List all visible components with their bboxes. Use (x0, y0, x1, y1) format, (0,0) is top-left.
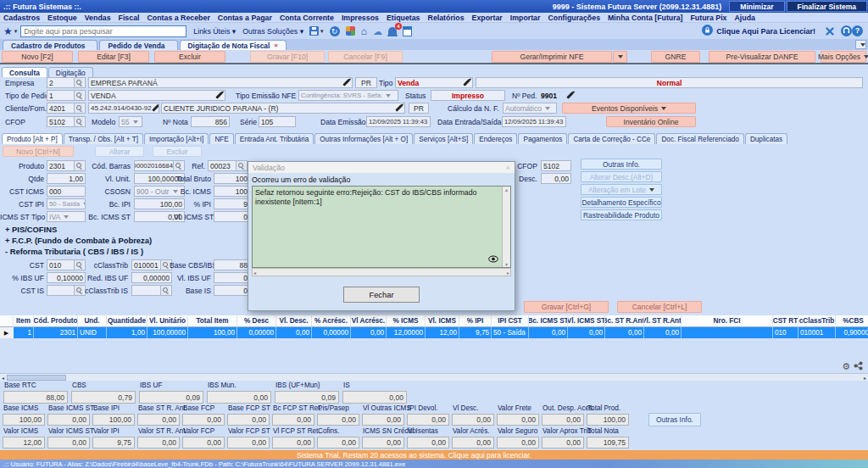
detail-tab[interactable]: Outras Informações [Alt + O] (314, 133, 413, 144)
table-header-cell[interactable]: Vl. ST R.Ant. (644, 315, 682, 327)
table-header-cell[interactable]: Item (14, 315, 34, 327)
cliente-cnpj-field[interactable]: 45.242.914/0430-92 (88, 103, 159, 114)
support-headset-icon[interactable] (841, 25, 852, 36)
license-link[interactable]: Clique Aqui Para Licenciar! (716, 27, 815, 36)
menu-item[interactable]: Vendas (85, 14, 111, 22)
detalhamento-especifico-button[interactable]: Detalhamento Específico (581, 197, 662, 208)
table-cell[interactable]: 9,75 (459, 327, 492, 338)
table-cell[interactable]: 0,00000 (237, 327, 276, 338)
detail-tab[interactable]: NFE (209, 133, 233, 144)
calculo-combobox[interactable]: Automático (503, 103, 557, 114)
menu-item[interactable]: Etiquetas (387, 14, 420, 22)
cfop-field[interactable]: 5102 (47, 116, 86, 127)
tipo-pedido-name-field[interactable]: VENDA (88, 90, 225, 101)
edit-pencil-icon[interactable] (395, 104, 402, 111)
produto-cfop-field[interactable]: 5102 (541, 160, 571, 171)
inventario-online-button[interactable]: Inventário Online (606, 116, 696, 127)
menu-item[interactable]: Cadastros (3, 14, 40, 22)
table-cell[interactable]: 0,00 (605, 327, 644, 338)
menu-item[interactable]: Estoque (47, 14, 77, 22)
table-cell[interactable]: 0,00 (568, 327, 605, 338)
history-icon[interactable]: ↻ (330, 26, 340, 36)
tab-consulta[interactable]: Consulta (2, 67, 47, 77)
lookup-icon[interactable] (173, 161, 182, 170)
cst-icms-field[interactable]: 000 (47, 186, 86, 197)
detail-tab[interactable]: Doc. Fiscal Referenciado (656, 133, 743, 144)
table-cell[interactable]: 2301 (34, 327, 78, 338)
menu-item[interactable]: Ajuda (735, 14, 755, 22)
finalize-system-button[interactable]: Finalizar Sistema (787, 1, 867, 12)
share-icon[interactable] (854, 361, 863, 372)
lookup-icon[interactable] (74, 161, 83, 170)
cliente-name-field[interactable]: CLIENTE JURIDICO PARANA - (R) (161, 103, 405, 114)
pre-visualizar-danfe-button[interactable]: Pre-Visualizar DANFE (709, 51, 815, 63)
num-nota-field[interactable]: 856 (191, 116, 230, 127)
menu-item[interactable]: Configurações (548, 14, 600, 22)
gnre-button[interactable]: GNRE (651, 51, 700, 63)
menu-item[interactable]: Futura Pix (690, 14, 726, 22)
status-field[interactable]: Impresso (431, 90, 505, 101)
table-header-cell[interactable]: Cód. Produto (34, 315, 78, 327)
table-header-cell[interactable]: Vl. Unitário (147, 315, 188, 327)
cod-barras-field[interactable]: 2100002016684 (134, 160, 185, 171)
fechar-button[interactable]: Fechar (343, 287, 420, 303)
perc-ibs-uf-field[interactable]: 0,10000 (47, 272, 86, 283)
produto-desc-field[interactable]: 0,00 (541, 173, 571, 184)
dialog-horizontal-scrollbar[interactable]: ◂▸ (252, 268, 511, 276)
qtde-field[interactable]: 1,00 (47, 173, 86, 184)
cclasstrib-field[interactable]: 010001 (131, 259, 172, 270)
table-cell[interactable]: UNID (78, 327, 107, 338)
detail-tab[interactable]: Produto [Alt + P] (2, 133, 63, 144)
menu-item[interactable]: Importar (510, 14, 541, 22)
cliente-code-field[interactable]: 4201 (47, 103, 86, 114)
grid-settings-gear-icon[interactable]: ⚙ (842, 361, 850, 372)
mais-opcoes-button[interactable]: Mais Opções (821, 51, 866, 63)
produto-field[interactable]: 2301 (47, 160, 86, 171)
table-cell[interactable] (682, 327, 773, 338)
apps-grid-icon[interactable] (346, 26, 355, 36)
notifications-bell-icon[interactable]: 4 (388, 27, 397, 35)
horizontal-scrollbar[interactable]: ◂▸ (0, 373, 868, 381)
scrollbar-thumb[interactable] (7, 375, 66, 381)
alterar-desc-button[interactable]: Alterar Desc.(Alt+D) (581, 171, 662, 182)
lookup-icon[interactable] (74, 103, 83, 113)
gravar-button[interactable]: Gravar [F10] (250, 51, 325, 63)
table-cell[interactable]: 010001 (798, 327, 836, 338)
editar-button[interactable]: Editar [F3] (78, 51, 149, 63)
edit-pencil-icon[interactable] (463, 79, 470, 86)
section-pis-cofins[interactable]: + PIS/COFINS (5, 225, 57, 234)
window-tab[interactable]: Cadastro de Produtos (3, 40, 97, 50)
edit-pencil-icon[interactable] (566, 92, 573, 98)
table-header-cell[interactable]: cClassTrib (798, 315, 836, 327)
totals-outras-info-button[interactable]: Outras Info. (648, 413, 701, 426)
alteracao-em-lote-button[interactable]: Alteração em Lote (581, 184, 662, 195)
section-fcp[interactable]: + F.C.P. (Fundo de Combate à Pobreza) (5, 236, 152, 245)
home-icon[interactable]: ⌂ (361, 26, 367, 36)
empresa-uf-field[interactable]: PR (355, 77, 377, 88)
table-header-cell[interactable]: Nro. FCI (682, 315, 773, 327)
table-header-cell[interactable]: %CBS (836, 315, 868, 327)
table-cell[interactable]: 010 (773, 327, 798, 338)
detail-tab[interactable]: Entrada Ant. Tributária (235, 133, 314, 144)
icms-st-tipo-combobox[interactable]: IVA (47, 211, 86, 222)
table-cell[interactable]: 12,00 (426, 327, 459, 338)
validation-dialog-titlebar[interactable]: Validação × (248, 162, 515, 173)
novo-button[interactable]: Novo [F2] (2, 51, 73, 63)
tipo-field[interactable]: Venda (395, 77, 473, 88)
table-header-cell[interactable]: Total Item (188, 315, 237, 327)
lookup-icon[interactable] (74, 117, 83, 126)
table-header-cell[interactable]: Vl Acrésc. (351, 315, 387, 327)
menu-item[interactable]: Conta Corrente (280, 14, 334, 22)
table-header-cell[interactable]: IPI CST (492, 315, 529, 327)
table-header-cell[interactable]: Bc. ST R.Ant. (605, 315, 644, 327)
edit-pencil-icon[interactable] (342, 79, 349, 86)
table-header-cell[interactable]: % ICMS (387, 315, 426, 327)
cst-rt-field[interactable]: 010 (47, 259, 86, 270)
item-gravar-button[interactable]: Gravar [Ctrl+G] (524, 301, 609, 313)
cloud-icon[interactable]: ☁ (373, 26, 382, 36)
minimize-button[interactable]: Minimizar (729, 1, 784, 12)
table-cell[interactable]: 100,00000 (147, 327, 188, 338)
menu-item[interactable]: Minha Conta [Futura] (608, 14, 682, 22)
detail-tab[interactable]: Pagamentos (518, 133, 567, 144)
nfe-situacao-field[interactable]: Normal (476, 77, 863, 88)
